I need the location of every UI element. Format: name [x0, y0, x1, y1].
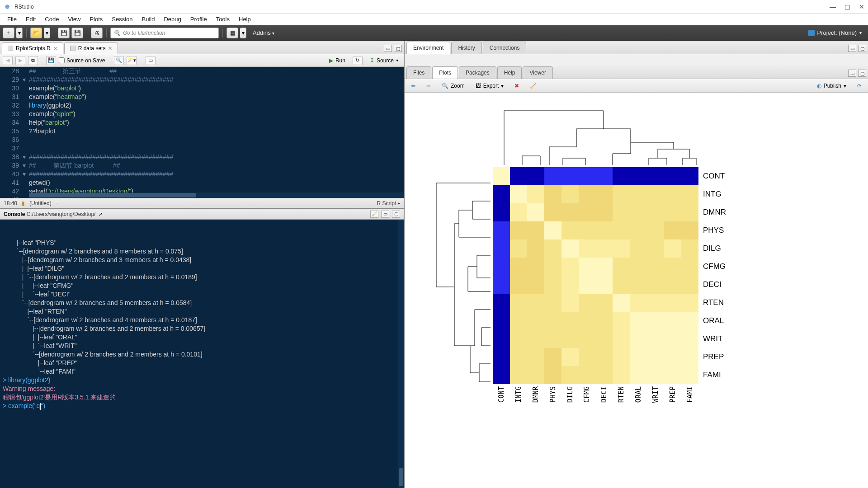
env-minimize-pane-icon[interactable]: ▭ — [848, 45, 856, 52]
workspace-panes-button[interactable]: ▦ — [226, 28, 238, 38]
source-tab-bar: RplotScripts.R✕R data sets✕ ▭ ▢ — [0, 41, 404, 54]
row-dendrogram — [432, 174, 491, 391]
project-menu[interactable]: Project: (None) ▾ — [808, 29, 865, 36]
publish-icon: ◐ — [817, 83, 821, 89]
workspace-panes-dropdown[interactable]: ▾ — [240, 28, 246, 38]
tab-history[interactable]: History — [451, 42, 481, 54]
tab-plots[interactable]: Plots — [432, 66, 458, 79]
source-toolbar: ◀ ▶ ⧉ 💾 Source on Save 🔍 🪄▾ ▭ ▶ Run ↻ ↧ — [0, 54, 404, 67]
plots-maximize-pane-icon[interactable]: ▢ — [858, 70, 866, 77]
console-minimize-pane-icon[interactable]: ▭ — [381, 211, 389, 218]
maximize-button[interactable]: ▢ — [844, 4, 850, 9]
minimize-button[interactable]: — — [830, 4, 835, 9]
menu-session[interactable]: Session — [107, 14, 137, 24]
source-on-save-checkbox[interactable]: Source on Save — [59, 57, 105, 64]
titlebar: RStudio — ▢ ✕ — [0, 0, 868, 14]
close-button[interactable]: ✕ — [859, 4, 864, 9]
console-vertical-scrollbar[interactable] — [398, 220, 404, 488]
source-status-bar: 18:40 ▮ (Untitled) ÷ R Script ÷ — [0, 198, 404, 208]
plots-tab-bar: FilesPlotsPackagesHelpViewer ▭ ▢ — [405, 66, 868, 79]
console-working-dir: C:/Users/wangtong/Desktop/ — [27, 211, 96, 217]
source-minimize-pane-icon[interactable]: ▭ — [384, 45, 392, 52]
save-file-button[interactable]: 💾 — [46, 56, 56, 65]
refresh-plot-button[interactable]: ⟳ — [854, 81, 865, 90]
back-button[interactable]: ◀ — [3, 56, 13, 65]
source-maximize-pane-icon[interactable]: ▢ — [394, 45, 402, 52]
menu-plots[interactable]: Plots — [85, 14, 107, 24]
remove-icon: ✖ — [514, 83, 519, 89]
clear-console-icon[interactable]: 🧹 — [370, 211, 378, 218]
console-maximize-pane-icon[interactable]: ▢ — [392, 211, 400, 218]
file-icon — [70, 46, 75, 51]
tab-files[interactable]: Files — [406, 66, 431, 79]
broom-icon: 🧹 — [530, 83, 537, 89]
editor-horizontal-scrollbar[interactable] — [29, 192, 404, 198]
save-button[interactable]: 💾 — [58, 28, 70, 38]
heatmap-row-labels: CONTINTGDMNRPHYSDILGCFMGDECIRTENORALWRIT… — [703, 167, 726, 384]
code-tools-button[interactable]: 🪄▾ — [127, 56, 137, 65]
file-type-label[interactable]: R Script ÷ — [377, 200, 400, 206]
goto-file-function-input[interactable]: 🔍 Go to file/function — [110, 28, 219, 38]
plot-next-button[interactable]: ➡ — [423, 81, 434, 90]
tab-viewer[interactable]: Viewer — [523, 66, 552, 79]
export-icon: 🖼 — [476, 83, 481, 89]
source-button[interactable]: ↧ Source ▾ — [367, 56, 401, 65]
compile-report-button[interactable]: ▭ — [146, 56, 156, 65]
menu-view[interactable]: View — [63, 14, 85, 24]
column-dendrogram — [495, 102, 703, 165]
source-icon: ↧ — [370, 57, 374, 64]
tab-help[interactable]: Help — [497, 66, 522, 79]
tab-environment[interactable]: Environment — [406, 42, 450, 54]
tab-packages[interactable]: Packages — [459, 66, 496, 79]
open-recent-button[interactable]: ▾ — [44, 28, 50, 38]
menubar: FileEditCodeViewPlotsSessionBuildDebugPr… — [0, 14, 868, 25]
zoom-button[interactable]: 🔍Zoom — [438, 81, 468, 90]
menu-code[interactable]: Code — [40, 14, 63, 24]
new-project-button[interactable]: ▾ — [16, 28, 23, 38]
export-button[interactable]: 🖼Export ▾ — [472, 81, 508, 90]
plots-minimize-pane-icon[interactable]: ▭ — [848, 70, 856, 77]
window-title: RStudio — [14, 4, 34, 10]
print-button[interactable]: 🖨 — [91, 28, 103, 38]
source-tab[interactable]: R data sets✕ — [64, 42, 118, 54]
find-replace-button[interactable]: 🔍 — [114, 56, 124, 65]
show-in-new-window-button[interactable]: ⧉ — [28, 56, 38, 65]
source-editor[interactable]: 28## 第三节 ##29▾##########################… — [0, 67, 404, 198]
menu-tools[interactable]: Tools — [212, 14, 234, 24]
menu-debug[interactable]: Debug — [159, 14, 185, 24]
run-button[interactable]: ▶ Run — [326, 56, 348, 65]
rerun-button[interactable]: ↻ — [353, 56, 363, 65]
close-tab-icon[interactable]: ✕ — [53, 46, 57, 52]
menu-help[interactable]: Help — [234, 14, 255, 24]
new-file-button[interactable]: ＋ — [3, 28, 14, 38]
env-maximize-pane-icon[interactable]: ▢ — [858, 45, 866, 52]
console-title: Console — [4, 211, 25, 217]
tab-connections[interactable]: Connections — [483, 42, 527, 54]
menu-edit[interactable]: Edit — [21, 14, 40, 24]
plot-area: CONTINTGDMNRPHYSDILGCFMGDECIRTENORALWRIT… — [405, 93, 868, 488]
menu-build[interactable]: Build — [137, 14, 160, 24]
close-tab-icon[interactable]: ✕ — [108, 46, 112, 52]
source-tab[interactable]: RplotScripts.R✕ — [2, 42, 63, 54]
open-file-button[interactable]: 📂 — [30, 28, 42, 38]
file-icon — [8, 46, 13, 51]
arrow-right-icon: ➡ — [426, 83, 431, 89]
open-folder-icon[interactable]: ↗ — [98, 211, 103, 217]
menu-profile[interactable]: Profile — [186, 14, 212, 24]
plot-prev-button[interactable]: ⬅ — [407, 81, 419, 90]
chunk-label[interactable]: (Untitled) — [29, 200, 52, 206]
environment-tab-bar: EnvironmentHistoryConnections ▭ ▢ — [405, 41, 868, 54]
remove-plot-button[interactable]: ✖ — [511, 81, 523, 90]
console[interactable]: |--leaf "PHYS" `--[dendrogram w/ 2 branc… — [0, 220, 404, 488]
publish-button[interactable]: ◐Publish ▾ — [813, 81, 850, 90]
main-toolbar: ＋ ▾ 📂 ▾ 💾 💾 🖨 🔍 Go to file/function ▦ ▾ … — [0, 25, 868, 41]
clear-all-plots-button[interactable]: 🧹 — [526, 81, 540, 90]
menu-file[interactable]: File — [3, 14, 21, 24]
addins-menu[interactable]: Addins ▾ — [248, 28, 279, 38]
save-all-button[interactable]: 💾 — [71, 28, 83, 38]
cursor-position: 18:40 — [4, 200, 17, 206]
project-icon — [808, 30, 815, 36]
rstudio-logo-icon — [4, 3, 11, 10]
chunk-nav-icon[interactable]: ▮ — [22, 200, 25, 206]
forward-button[interactable]: ▶ — [15, 56, 25, 65]
